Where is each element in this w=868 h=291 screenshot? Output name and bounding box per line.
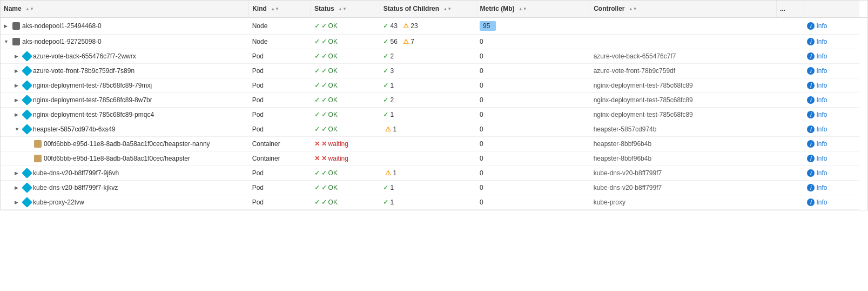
controller-cell bbox=[590, 35, 777, 49]
col-kind-header[interactable]: Kind ▲▼ bbox=[249, 1, 311, 17]
info-cell[interactable]: i Info bbox=[804, 17, 859, 35]
info-label: Info bbox=[816, 96, 827, 104]
main-table-container: Name ▲▼ Kind ▲▼ Status ▲▼ Status of Chil… bbox=[0, 0, 868, 210]
controller-cell: azure-vote-back-655476c7f7 bbox=[590, 49, 777, 64]
info-cell[interactable]: i Info bbox=[804, 122, 859, 137]
children-ok: ✓ 1 bbox=[383, 184, 394, 191]
table-header-row: Name ▲▼ Kind ▲▼ Status ▲▼ Status of Chil… bbox=[1, 1, 867, 17]
info-label: Info bbox=[816, 184, 827, 191]
name-cell-inner: ▶ nginx-deployment-test-785c68fc89-pmqc4 bbox=[15, 111, 246, 118]
info-cell[interactable]: i Info bbox=[804, 181, 859, 195]
info-icon: i bbox=[807, 199, 815, 206]
col-metric-header[interactable]: Metric (Mb) ▲▼ bbox=[476, 1, 590, 17]
col-children-header[interactable]: Status of Children ▲▼ bbox=[380, 1, 476, 17]
children-status-cell: ✓ 1 bbox=[380, 108, 476, 122]
name-cell: ▶ kube-dns-v20-b8ff799f7-9j6vh bbox=[1, 166, 249, 181]
table-row: ▶ nginx-deployment-test-785c68fc89-pmqc4… bbox=[1, 108, 867, 122]
row-name: 00fd6bbb-e95d-11e8-8adb-0a58ac1f0cec/hea… bbox=[44, 155, 190, 162]
col-dots-header[interactable]: ... bbox=[776, 1, 804, 17]
expand-arrow[interactable]: ▼ bbox=[4, 39, 10, 44]
info-link[interactable]: i Info bbox=[807, 38, 856, 45]
info-cell[interactable]: i Info bbox=[804, 64, 859, 78]
info-link[interactable]: i Info bbox=[807, 111, 856, 118]
info-cell[interactable]: i Info bbox=[804, 151, 859, 166]
expand-arrow[interactable]: ▶ bbox=[15, 112, 21, 117]
children-ok: ✓ 2 bbox=[383, 96, 394, 104]
info-cell[interactable]: i Info bbox=[804, 195, 859, 210]
pod-icon bbox=[22, 168, 32, 178]
info-icon: i bbox=[807, 67, 815, 75]
col-status-header[interactable]: Status ▲▼ bbox=[311, 1, 380, 17]
row-name: kube-dns-v20-b8ff799f7-9j6vh bbox=[33, 169, 119, 177]
pod-icon bbox=[22, 95, 32, 105]
info-link[interactable]: i Info bbox=[807, 184, 856, 191]
name-cell-inner: ▶ nginx-deployment-test-785c68fc89-79mxj bbox=[15, 82, 246, 89]
row-name: heapster-5857cd974b-6xs49 bbox=[33, 125, 116, 133]
status-cell: ✓ OK bbox=[311, 64, 380, 78]
row-name: kube-dns-v20-b8ff799f7-kjkvz bbox=[33, 184, 118, 191]
status-cell: ✓ OK bbox=[311, 93, 380, 108]
info-cell[interactable]: i Info bbox=[804, 35, 859, 49]
status-cell: ✓ OK bbox=[311, 78, 380, 93]
controller-cell: kube-dns-v20-b8ff799f7 bbox=[590, 181, 777, 195]
expand-arrow[interactable]: ▶ bbox=[15, 68, 21, 74]
info-link[interactable]: i Info bbox=[807, 22, 856, 30]
info-cell[interactable]: i Info bbox=[804, 49, 859, 64]
info-link[interactable]: i Info bbox=[807, 169, 856, 177]
table-row: ▶ nginx-deployment-test-785c68fc89-8w7br… bbox=[1, 93, 867, 108]
status-cell: ✓ OK bbox=[311, 17, 380, 35]
children-cell: ⚠ 1 bbox=[383, 169, 473, 177]
expand-arrow[interactable]: ▶ bbox=[15, 170, 21, 176]
info-cell[interactable]: i Info bbox=[804, 166, 859, 181]
table-row: ▶ aks-nodepool1-25494468-0 Node ✓ OK ✓ 4… bbox=[1, 17, 867, 35]
info-icon: i bbox=[807, 96, 815, 104]
expand-arrow[interactable]: ▶ bbox=[15, 200, 21, 205]
dots-cell bbox=[776, 93, 804, 108]
info-link[interactable]: i Info bbox=[807, 52, 856, 60]
dots-cell bbox=[776, 122, 804, 137]
info-link[interactable]: i Info bbox=[807, 96, 856, 104]
info-icon: i bbox=[807, 169, 815, 177]
info-cell[interactable]: i Info bbox=[804, 137, 859, 151]
info-link[interactable]: i Info bbox=[807, 125, 856, 133]
expand-arrow[interactable]: ▶ bbox=[4, 23, 10, 29]
status-cell: ✓ OK bbox=[311, 49, 380, 64]
info-label: Info bbox=[816, 82, 827, 89]
dots-cell bbox=[776, 108, 804, 122]
children-cell: ✓ 56⚠ 7 bbox=[383, 38, 473, 45]
info-icon: i bbox=[807, 22, 815, 30]
children-status-cell: ✓ 2 bbox=[380, 49, 476, 64]
name-cell: ▼ heapster-5857cd974b-6xs49 bbox=[1, 122, 249, 137]
kind-cell: Pod bbox=[249, 181, 311, 195]
info-cell[interactable]: i Info bbox=[804, 78, 859, 93]
dots-cell bbox=[776, 151, 804, 166]
info-link[interactable]: i Info bbox=[807, 199, 856, 206]
col-controller-header[interactable]: Controller ▲▼ bbox=[590, 1, 777, 17]
status-cell: ✓ OK bbox=[311, 108, 380, 122]
expand-arrow[interactable]: ▶ bbox=[15, 54, 21, 59]
kind-cell: Pod bbox=[249, 64, 311, 78]
kind-cell: Pod bbox=[249, 195, 311, 210]
children-status-cell bbox=[380, 137, 476, 151]
children-ok: ✓ 56 bbox=[383, 38, 398, 45]
info-cell[interactable]: i Info bbox=[804, 93, 859, 108]
expand-arrow[interactable]: ▶ bbox=[15, 97, 21, 103]
col-name-header[interactable]: Name ▲▼ bbox=[1, 1, 249, 17]
status-cell: ✓ OK bbox=[311, 181, 380, 195]
info-link[interactable]: i Info bbox=[807, 67, 856, 75]
kind-cell: Pod bbox=[249, 122, 311, 137]
expand-arrow[interactable]: ▶ bbox=[15, 185, 21, 190]
name-cell: ▶ kube-proxy-22tvw bbox=[1, 195, 249, 210]
wait-x-icon: ✕ bbox=[321, 155, 327, 162]
info-link[interactable]: i Info bbox=[807, 82, 856, 89]
info-link[interactable]: i Info bbox=[807, 140, 856, 148]
expand-arrow[interactable]: ▶ bbox=[15, 83, 21, 88]
children-cell: ✓ 1 bbox=[383, 184, 473, 191]
info-cell[interactable]: i Info bbox=[804, 108, 859, 122]
row-name: aks-nodepool1-25494468-0 bbox=[22, 22, 102, 30]
check-icon: ✓ bbox=[383, 52, 388, 60]
info-link[interactable]: i Info bbox=[807, 155, 856, 162]
expand-arrow[interactable]: ▼ bbox=[15, 127, 21, 132]
info-icon: i bbox=[807, 184, 815, 191]
controller-cell: nginx-deployment-test-785c68fc89 bbox=[590, 78, 777, 93]
